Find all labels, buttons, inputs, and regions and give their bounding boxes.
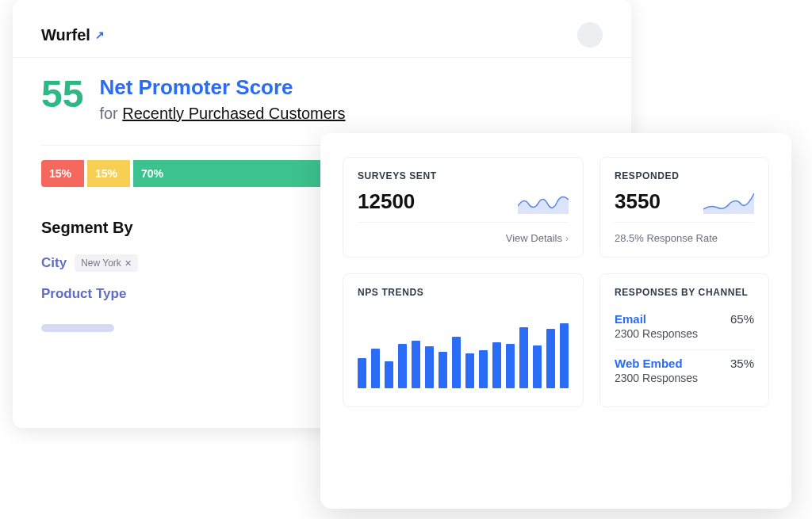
channel-email-sub: 2300 Responses — [615, 327, 698, 340]
responded-value: 3550 — [615, 189, 661, 214]
responded-panel: RESPONDED 3550 28.5% Response Rate — [599, 157, 769, 258]
trend-bar — [358, 358, 366, 388]
nps-title: Net Promoter Score — [99, 75, 345, 100]
channel-email-name: Email — [615, 312, 698, 326]
responded-sparkline — [703, 190, 754, 214]
passives-segment: 15% — [87, 160, 130, 187]
trend-bar — [412, 341, 420, 388]
section-divider — [41, 145, 327, 146]
close-icon[interactable]: ✕ — [124, 258, 132, 269]
trend-bar — [439, 352, 447, 388]
channel-web-sub: 2300 Responses — [615, 372, 698, 384]
header-divider — [13, 57, 631, 58]
nps-distribution-bar: 15% 15% 70% — [41, 160, 327, 187]
segment-label-product: Product Type — [41, 286, 126, 302]
trend-bar — [492, 342, 501, 388]
trend-bar — [465, 353, 474, 388]
channels-label: RESPONSES BY CHANNEL — [615, 287, 754, 298]
trend-bar — [479, 350, 488, 388]
external-arrow-icon: ↗ — [95, 29, 105, 41]
surveys-sent-panel: SURVEYS SENT 12500 View Details › — [343, 157, 584, 258]
surveys-value: 12500 — [358, 189, 415, 214]
trend-bar — [506, 344, 515, 388]
segment-label-city: City — [41, 255, 67, 271]
trend-bar — [533, 345, 542, 388]
nps-trends-chart — [358, 312, 569, 388]
chevron-right-icon: › — [565, 233, 569, 244]
response-rate: 28.5% Response Rate — [615, 222, 754, 244]
trend-bar — [560, 323, 569, 388]
trend-bar — [398, 344, 407, 388]
trend-bar — [385, 361, 393, 388]
surveys-sparkline — [518, 190, 569, 214]
trend-bar — [371, 349, 380, 388]
channel-email-pct: 65% — [730, 312, 754, 326]
filter-chip-newyork[interactable]: New York ✕ — [75, 254, 138, 272]
view-details-link[interactable]: View Details › — [358, 222, 569, 244]
channel-web-name: Web Embed — [615, 357, 698, 370]
trends-label: NPS TRENDS — [358, 287, 569, 298]
loading-placeholder — [41, 324, 114, 332]
detractors-segment: 15% — [41, 160, 84, 187]
responded-label: RESPONDED — [615, 170, 754, 181]
responses-by-channel-panel: RESPONSES BY CHANNEL Email 2300 Response… — [599, 273, 769, 407]
brand: Wurfel ↗ — [41, 26, 105, 44]
channel-row-email[interactable]: Email 2300 Responses 65% — [615, 306, 754, 349]
channel-row-web[interactable]: Web Embed 2300 Responses 35% — [615, 350, 754, 394]
surveys-label: SURVEYS SENT — [358, 170, 569, 181]
trend-bar — [519, 327, 528, 388]
trend-bar — [546, 329, 555, 388]
nps-score: 55 — [41, 75, 83, 113]
nps-trends-panel: NPS TRENDS — [343, 273, 584, 407]
nps-sub-prefix: for — [99, 105, 122, 122]
stats-card: SURVEYS SENT 12500 View Details › RESPON… — [320, 133, 791, 509]
promoters-segment: 70% — [133, 160, 327, 187]
brand-name: Wurfel — [41, 26, 90, 44]
channel-web-pct: 35% — [730, 357, 754, 370]
nps-subtitle: for Recently Purchased Customers — [99, 105, 345, 123]
nps-segment-link[interactable]: Recently Purchased Customers — [122, 105, 345, 122]
trend-bar — [452, 337, 461, 388]
trend-bar — [425, 346, 434, 388]
nps-heading: 55 Net Promoter Score for Recently Purch… — [41, 75, 603, 123]
avatar[interactable] — [577, 22, 603, 48]
header: Wurfel ↗ — [41, 22, 603, 57]
